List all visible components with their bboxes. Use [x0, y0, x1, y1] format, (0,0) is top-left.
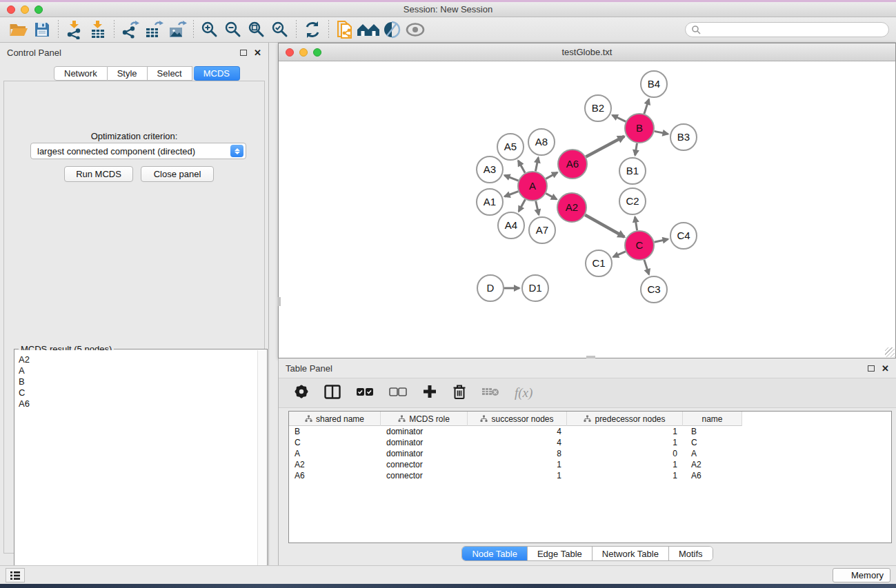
cell-mcds-role[interactable]: dominator	[381, 448, 468, 459]
edge-A-A2[interactable]	[546, 194, 557, 200]
resize-grip-icon[interactable]	[885, 347, 895, 357]
graph-node-A1[interactable]: A1	[477, 189, 503, 215]
cell-successor-nodes[interactable]: 1	[468, 470, 567, 481]
column-header-predecessor-nodes[interactable]: predecessor nodes	[567, 412, 683, 426]
cell-shared-name[interactable]: B	[289, 426, 381, 437]
graph-node-C[interactable]: C	[625, 231, 654, 260]
edge-C-C1[interactable]	[613, 252, 626, 257]
cell-successor-nodes[interactable]: 8	[468, 448, 567, 459]
table-row[interactable]: Bdominator41B	[289, 426, 891, 437]
mcds-result-item[interactable]: B	[19, 376, 257, 387]
graph-node-D[interactable]: D	[477, 275, 504, 301]
edge-A2-C[interactable]	[585, 215, 624, 237]
birds-eye-view-icon[interactable]	[404, 19, 427, 40]
export-network-icon[interactable]	[119, 19, 142, 40]
cell-successor-nodes[interactable]: 4	[468, 426, 567, 437]
mcds-result-item[interactable]: A	[19, 365, 257, 376]
memory-button[interactable]: Memory	[833, 568, 890, 582]
deselect-all-icon[interactable]	[389, 387, 407, 399]
tab-node-table[interactable]: Node Table	[462, 547, 528, 560]
tab-edge-table[interactable]: Edge Table	[528, 547, 593, 560]
close-table-panel-icon[interactable]: ✕	[882, 364, 889, 373]
edge-C-C2[interactable]	[635, 217, 637, 231]
save-session-icon[interactable]	[30, 19, 54, 40]
graph-node-A[interactable]: A	[518, 172, 547, 201]
cell-mcds-role[interactable]: dominator	[381, 426, 468, 437]
edge-A6-B[interactable]	[586, 136, 624, 157]
new-session-from-network-icon[interactable]	[333, 19, 357, 40]
edge-C-C3[interactable]	[644, 260, 649, 274]
tab-network-table[interactable]: Network Table	[593, 547, 669, 560]
tab-motifs[interactable]: Motifs	[669, 547, 713, 560]
cell-predecessor-nodes[interactable]: 1	[567, 426, 683, 437]
network-scroll-indicator-vertical[interactable]	[278, 297, 281, 306]
graph-node-B4[interactable]: B4	[641, 71, 667, 97]
table-row[interactable]: Cdominator41C	[289, 437, 891, 448]
network-window-titlebar[interactable]: testGlobe.txt	[279, 43, 895, 61]
import-table-icon[interactable]	[86, 19, 110, 40]
criterion-dropdown[interactable]: largest connected component (directed)	[30, 143, 246, 159]
graph-node-D1[interactable]: D1	[522, 275, 548, 301]
cell-successor-nodes[interactable]: 4	[468, 437, 567, 448]
cell-shared-name[interactable]: A6	[289, 470, 381, 481]
split-view-icon[interactable]	[324, 385, 341, 402]
open-file-icon[interactable]	[7, 19, 30, 40]
graph-node-A7[interactable]: A7	[529, 217, 555, 243]
cell-mcds-role[interactable]: connector	[381, 459, 468, 470]
tab-network[interactable]: Network	[54, 66, 108, 81]
delete-table-icon[interactable]	[481, 386, 499, 400]
tab-style[interactable]: Style	[108, 66, 148, 81]
edge-A-A4[interactable]	[519, 199, 526, 212]
search-field[interactable]	[685, 22, 889, 37]
graph-node-B2[interactable]: B2	[585, 95, 611, 121]
cell-mcds-role[interactable]: dominator	[381, 437, 468, 448]
graphics-details-icon[interactable]	[380, 19, 404, 40]
function-builder-icon[interactable]: f(x)	[515, 385, 532, 401]
close-panel-button[interactable]: Close panel	[141, 166, 214, 182]
mcds-result-item[interactable]: C	[19, 387, 257, 398]
graph-node-C3[interactable]: C3	[641, 276, 667, 303]
graph-node-C1[interactable]: C1	[586, 250, 612, 276]
mcds-result-item[interactable]: A2	[19, 354, 257, 365]
mcds-result-list[interactable]: A2ABCA6	[15, 350, 257, 587]
select-all-icon[interactable]	[356, 387, 374, 399]
export-image-icon[interactable]	[166, 19, 189, 40]
graph-node-C4[interactable]: C4	[670, 223, 697, 249]
home-view-icon[interactable]	[357, 19, 380, 40]
result-scrollbar[interactable]	[257, 350, 266, 587]
graph-node-A8[interactable]: A8	[528, 129, 555, 155]
cell-predecessor-nodes[interactable]: 1	[567, 470, 683, 481]
add-column-icon[interactable]	[422, 384, 437, 402]
cell-successor-nodes[interactable]: 1	[468, 459, 567, 470]
zoom-in-icon[interactable]	[198, 19, 221, 40]
show-panels-button[interactable]	[6, 568, 25, 582]
cell-name[interactable]: A6	[683, 470, 742, 481]
settings-gear-icon[interactable]	[294, 384, 309, 402]
zoom-selected-icon[interactable]	[268, 19, 292, 40]
delete-column-icon[interactable]	[452, 384, 466, 403]
cell-shared-name[interactable]: A	[289, 448, 381, 459]
cell-predecessor-nodes[interactable]: 1	[567, 437, 683, 448]
cell-name[interactable]: C	[683, 437, 742, 448]
graph-node-A4[interactable]: A4	[498, 212, 524, 239]
graph-node-A2[interactable]: A2	[557, 193, 586, 222]
cell-name[interactable]: A	[683, 448, 742, 459]
edge-A-A8[interactable]	[535, 158, 538, 172]
table-row[interactable]: Adominator80A	[289, 448, 891, 459]
cell-shared-name[interactable]: C	[289, 437, 381, 448]
float-table-panel-icon[interactable]	[868, 365, 875, 372]
mcds-result-item[interactable]: A6	[19, 398, 257, 409]
export-table-icon[interactable]	[142, 19, 166, 40]
column-header-successor-nodes[interactable]: successor nodes	[468, 412, 567, 426]
cell-name[interactable]: B	[683, 426, 742, 437]
column-header-mcds-role[interactable]: MCDS role	[381, 412, 468, 426]
graph-node-C2[interactable]: C2	[619, 188, 646, 214]
edge-B-B1[interactable]	[635, 143, 637, 156]
graph-node-A6[interactable]: A6	[558, 150, 587, 179]
graph-node-B1[interactable]: B1	[619, 158, 646, 184]
table-row[interactable]: A6connector11A6	[289, 470, 891, 481]
edge-A-A5[interactable]	[518, 161, 525, 173]
graph-node-B[interactable]: B	[625, 114, 654, 143]
cell-shared-name[interactable]: A2	[289, 459, 381, 470]
cell-mcds-role[interactable]: connector	[381, 470, 468, 481]
